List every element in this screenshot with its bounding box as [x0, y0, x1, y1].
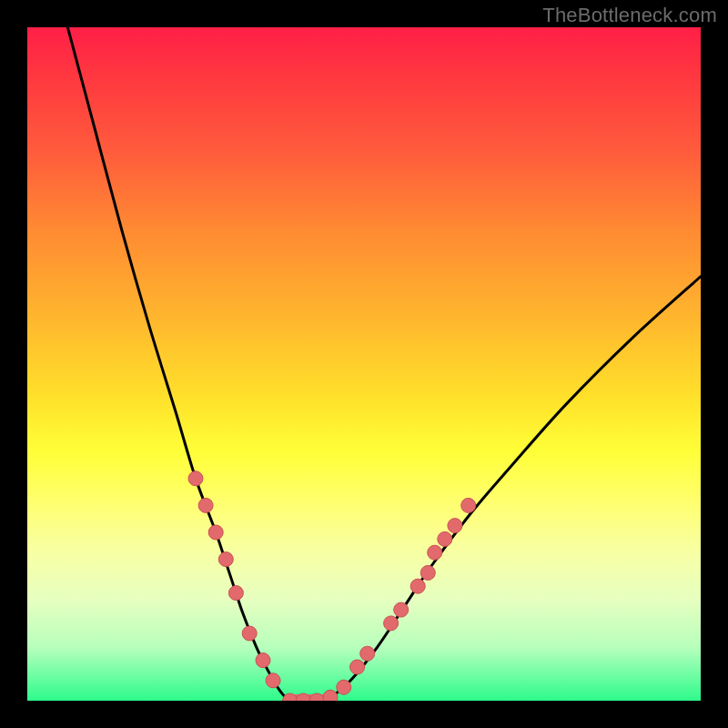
data-marker — [323, 690, 338, 701]
data-marker — [337, 680, 351, 694]
data-marker — [350, 660, 365, 674]
data-marker — [448, 519, 462, 533]
data-marker — [198, 498, 213, 512]
data-marker — [242, 626, 257, 641]
plot-area — [27, 27, 701, 701]
bottleneck-chart — [27, 27, 701, 701]
data-marker — [420, 565, 435, 580]
data-marker — [410, 579, 425, 593]
data-marker — [208, 525, 223, 540]
curve-line — [67, 27, 701, 701]
data-marker — [256, 653, 270, 668]
data-marker — [218, 552, 233, 567]
data-marker — [438, 531, 452, 546]
data-marker — [428, 545, 442, 560]
data-marker — [188, 471, 203, 486]
data-marker — [394, 602, 409, 617]
data-marker — [461, 498, 476, 512]
data-marker — [266, 673, 280, 688]
chart-frame: TheBottleneck.com — [0, 0, 728, 728]
attribution-label: TheBottleneck.com — [542, 4, 717, 27]
data-marker — [228, 586, 243, 601]
data-marker — [360, 646, 375, 661]
data-marker — [384, 616, 399, 631]
